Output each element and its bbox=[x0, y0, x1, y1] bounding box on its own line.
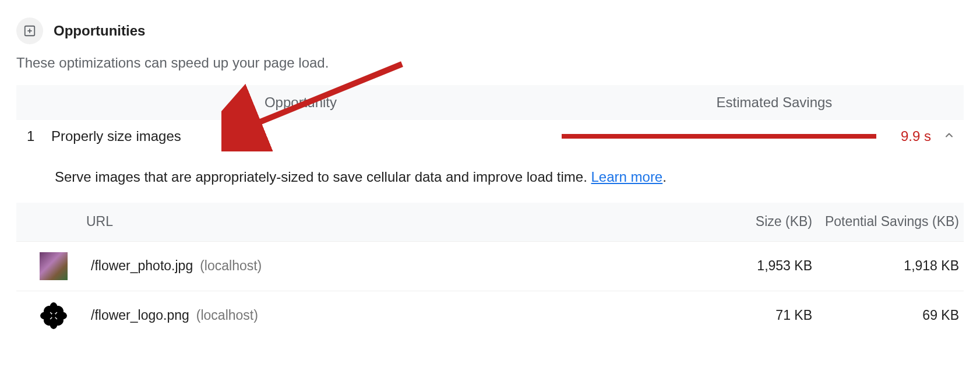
columns-header: Opportunity Estimated Savings bbox=[16, 85, 964, 120]
size-cell: 1,953 KB bbox=[678, 258, 812, 274]
table-body: /flower_photo.jpg (localhost) 1,953 KB 1… bbox=[16, 241, 964, 340]
url-host: (localhost) bbox=[196, 308, 258, 323]
detail-text-after: . bbox=[662, 169, 667, 185]
url-path: /flower_logo.png bbox=[91, 308, 189, 323]
url-cell[interactable]: /flower_photo.jpg (localhost) bbox=[91, 258, 678, 274]
detail-text-before: Serve images that are appropriately-size… bbox=[55, 169, 591, 185]
column-savings-label: Estimated Savings bbox=[585, 94, 964, 111]
svg-point-3 bbox=[51, 313, 56, 318]
section-header: Opportunities bbox=[16, 17, 964, 44]
thumbnail-logo-icon bbox=[40, 302, 68, 330]
table-header-size: Size (KB) bbox=[678, 214, 812, 229]
section-title: Opportunities bbox=[54, 23, 145, 39]
chevron-up-icon[interactable] bbox=[935, 128, 964, 144]
opportunity-row[interactable]: 1 Properly size images 9.9 s bbox=[16, 120, 964, 153]
column-opportunity-label: Opportunity bbox=[16, 94, 585, 111]
thumbnail-photo-icon bbox=[40, 252, 68, 280]
savings-bar bbox=[562, 134, 876, 139]
section-description: These optimizations can speed up your pa… bbox=[16, 55, 964, 71]
opportunities-icon bbox=[16, 17, 43, 44]
url-path: /flower_photo.jpg bbox=[91, 258, 193, 274]
url-host: (localhost) bbox=[200, 258, 262, 274]
opportunity-name: Properly size images bbox=[51, 128, 562, 144]
size-cell: 71 KB bbox=[678, 308, 812, 323]
potential-cell: 69 KB bbox=[812, 308, 964, 323]
savings-value: 9.9 s bbox=[876, 128, 935, 144]
table-header-url: URL bbox=[16, 214, 678, 229]
table-row: /flower_photo.jpg (localhost) 1,953 KB 1… bbox=[16, 241, 964, 291]
table-header: URL Size (KB) Potential Savings (KB) bbox=[16, 203, 964, 241]
url-cell[interactable]: /flower_logo.png (localhost) bbox=[91, 308, 678, 323]
learn-more-link[interactable]: Learn more bbox=[591, 169, 662, 185]
table-row: /flower_logo.png (localhost) 71 KB 69 KB bbox=[16, 291, 964, 340]
opportunity-description: Serve images that are appropriately-size… bbox=[16, 153, 964, 203]
potential-cell: 1,918 KB bbox=[812, 258, 964, 274]
table-header-potential: Potential Savings (KB) bbox=[812, 213, 964, 231]
opportunity-index: 1 bbox=[22, 128, 51, 144]
